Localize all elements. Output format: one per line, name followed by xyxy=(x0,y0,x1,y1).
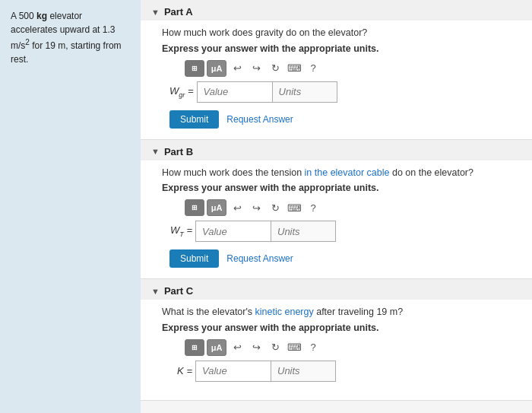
part-c-redo-icon[interactable]: ↪ xyxy=(248,339,264,356)
part-c-body: What is the elevator's kinetic energy af… xyxy=(141,300,532,400)
part-c-keyboard-icon[interactable]: ⌨ xyxy=(286,339,302,356)
answer-panel: ▼ Part A How much work does gravity do o… xyxy=(141,0,532,413)
part-b-undo-icon[interactable]: ↩ xyxy=(229,199,245,216)
redo-icon[interactable]: ↪ xyxy=(248,60,264,77)
part-a-answer-label: Wgr = xyxy=(169,85,194,99)
part-c-undo-icon[interactable]: ↩ xyxy=(229,339,245,356)
part-c-question: What is the elevator's kinetic energy af… xyxy=(162,306,518,319)
part-c-help-icon[interactable]: ? xyxy=(305,339,321,356)
part-b-keyboard-icon[interactable]: ⌨ xyxy=(286,199,302,216)
part-a-submit-button[interactable]: Submit xyxy=(169,110,219,129)
part-c-arrow: ▼ xyxy=(151,287,160,296)
part-b-action-row: Submit Request Answer xyxy=(169,249,518,268)
part-c-header[interactable]: ▼ Part C xyxy=(141,279,532,300)
part-c-refresh-icon[interactable]: ↻ xyxy=(267,339,283,356)
part-b-help-icon[interactable]: ? xyxy=(305,199,321,216)
part-b-section: ▼ Part B How much work does the tension … xyxy=(141,140,532,280)
part-b-refresh-icon[interactable]: ↻ xyxy=(267,199,283,216)
part-b-mu-icon[interactable]: μΑ xyxy=(207,199,226,216)
part-a-answer-row: Wgr = xyxy=(169,81,518,103)
part-c-section: ▼ Part C What is the elevator's kinetic … xyxy=(141,279,532,401)
part-a-toolbar: ⊞ μΑ ↩ ↪ ↻ ⌨ ? xyxy=(185,60,518,77)
part-a-section: ▼ Part A How much work does gravity do o… xyxy=(141,0,532,140)
part-c-label: Part C xyxy=(164,285,193,297)
help-icon[interactable]: ? xyxy=(305,60,321,77)
part-c-answer-label: K = xyxy=(169,365,192,376)
part-a-action-row: Submit Request Answer xyxy=(169,110,518,129)
part-a-units-input[interactable] xyxy=(273,81,337,103)
part-b-grid-icon[interactable]: ⊞ xyxy=(185,199,204,216)
problem-description: A 500 kg elevator accelerates upward at … xyxy=(0,0,141,413)
part-b-value-input[interactable] xyxy=(195,221,271,242)
part-a-header[interactable]: ▼ Part A xyxy=(141,0,532,21)
part-c-units-input[interactable] xyxy=(271,361,336,382)
part-a-arrow: ▼ xyxy=(151,8,160,17)
part-a-question: How much work does gravity do on the ele… xyxy=(162,27,518,40)
part-c-highlight: kinetic energy xyxy=(255,307,314,317)
part-c-mu-icon[interactable]: μΑ xyxy=(207,339,226,356)
part-a-body: How much work does gravity do on the ele… xyxy=(141,21,532,139)
part-c-instruction: Express your answer with the appropriate… xyxy=(162,322,518,333)
part-a-request-answer-link[interactable]: Request Answer xyxy=(226,114,293,125)
part-b-instruction: Express your answer with the appropriate… xyxy=(162,183,518,193)
part-b-answer-row: WT = xyxy=(169,221,518,242)
part-c-toolbar: ⊞ μΑ ↩ ↪ ↻ ⌨ ? xyxy=(185,339,518,356)
part-b-units-input[interactable] xyxy=(271,221,336,242)
keyboard-icon[interactable]: ⌨ xyxy=(286,60,302,77)
part-a-instruction: Express your answer with the appropriate… xyxy=(162,43,518,54)
part-c-grid-icon[interactable]: ⊞ xyxy=(185,339,204,356)
part-b-header[interactable]: ▼ Part B xyxy=(141,140,532,160)
part-b-label: Part B xyxy=(164,146,193,157)
part-a-value-input[interactable] xyxy=(197,81,273,103)
part-c-answer-row: K = xyxy=(169,361,518,382)
part-b-arrow: ▼ xyxy=(151,147,160,156)
part-b-request-answer-link[interactable]: Request Answer xyxy=(226,253,293,264)
part-b-toolbar: ⊞ μΑ ↩ ↪ ↻ ⌨ ? xyxy=(185,199,518,216)
part-b-redo-icon[interactable]: ↪ xyxy=(248,199,264,216)
part-b-highlight: in the elevator cable xyxy=(305,167,390,178)
part-a-label: Part A xyxy=(164,6,193,17)
refresh-icon[interactable]: ↻ xyxy=(267,60,283,77)
undo-icon[interactable]: ↩ xyxy=(229,60,245,77)
part-b-body: How much work does the tension in the el… xyxy=(141,160,532,279)
grid-icon[interactable]: ⊞ xyxy=(185,60,204,77)
part-b-submit-button[interactable]: Submit xyxy=(169,249,219,268)
problem-text: A 500 kg elevator accelerates upward at … xyxy=(11,9,130,66)
part-b-question: How much work does the tension in the el… xyxy=(162,167,518,180)
part-c-value-input[interactable] xyxy=(195,361,271,382)
part-b-answer-label: WT = xyxy=(169,224,192,238)
mu-icon[interactable]: μΑ xyxy=(207,60,226,77)
